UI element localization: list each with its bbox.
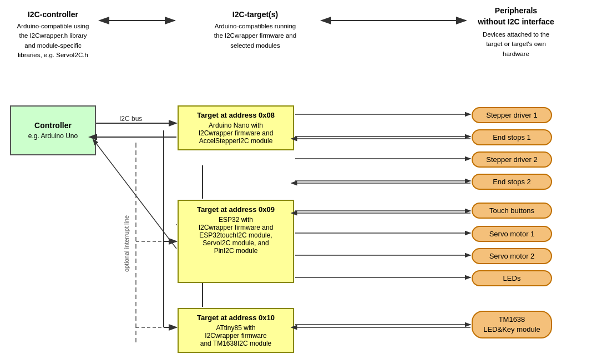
periph-stepper-driver-2: Stepper driver 2 — [472, 151, 552, 168]
target1-desc: Arduino Nano withI2Cwrapper firmware and… — [183, 122, 289, 145]
i2c-target-header: I2C-target(s) Arduino-compatibles runnin… — [183, 10, 327, 50]
periph-leds: LEDs — [472, 270, 552, 286]
periph-servo-motor-2: Servo motor 2 — [472, 248, 552, 264]
i2c-target-title: I2C-target(s) — [183, 10, 327, 19]
svg-text:optional interrupt line: optional interrupt line — [123, 215, 130, 272]
target3-title: Target at address 0x10 — [183, 314, 289, 322]
peripherals-title: Peripheralswithout I2C interface — [444, 6, 588, 27]
target1-title: Target at address 0x08 — [183, 111, 289, 119]
i2c-target-sub: Arduino-compatibles runningthe I2Cwrappe… — [183, 22, 327, 50]
target2-desc: ESP32 withI2Cwrapper firmware andESP32to… — [183, 216, 289, 255]
periph-stepper-driver-1: Stepper driver 1 — [472, 107, 552, 123]
target-box-3: Target at address 0x10 ATtiny85 withI2Cw… — [178, 308, 294, 353]
periph-end-stops-1: End stops 1 — [472, 129, 552, 145]
diagram-container: I2C-controller Arduino-compatible usingt… — [0, 0, 597, 364]
periph-tm1638: TM1638LED&Key module — [472, 311, 552, 338]
target2-title: Target at address 0x09 — [183, 205, 289, 214]
i2c-controller-sub: Arduino-compatible usingthe I2Cwrapper.h… — [10, 22, 96, 60]
target-box-2: Target at address 0x09 ESP32 withI2Cwrap… — [178, 200, 294, 283]
peripherals-sub: Devices attached to thetarget or target'… — [444, 30, 588, 59]
i2c-controller-header: I2C-controller Arduino-compatible usingt… — [10, 10, 96, 60]
controller-box: Controller e.g. Arduino Uno — [10, 105, 96, 155]
periph-end-stops-2: End stops 2 — [472, 174, 552, 190]
controller-sub: e.g. Arduino Uno — [28, 132, 78, 140]
svg-text:I2C bus: I2C bus — [119, 115, 142, 123]
peripherals-header: Peripheralswithout I2C interface Devices… — [444, 6, 588, 59]
target3-desc: ATtiny85 withI2Cwrapper firmwareand TM16… — [183, 324, 289, 347]
periph-touch-buttons: Touch buttons — [472, 203, 552, 219]
svg-line-21 — [96, 143, 176, 249]
target-box-1: Target at address 0x08 Arduino Nano with… — [178, 105, 294, 150]
i2c-controller-title: I2C-controller — [10, 10, 96, 19]
periph-servo-motor-1: Servo motor 1 — [472, 226, 552, 242]
controller-title: Controller — [34, 121, 72, 130]
